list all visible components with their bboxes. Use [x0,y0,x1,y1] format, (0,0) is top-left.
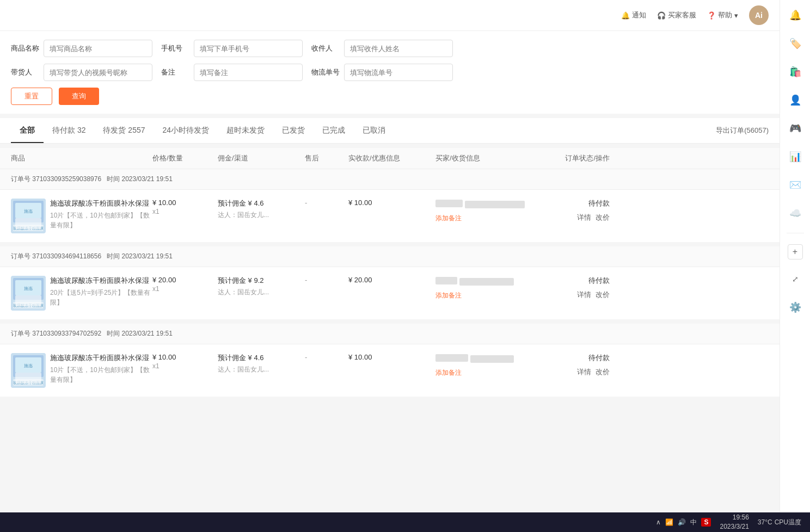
query-button[interactable]: 查询 [59,88,99,105]
product-name-input[interactable] [44,40,152,57]
sidebar-person-icon[interactable]: 👤 [787,91,804,109]
change-price-link[interactable]: 改价 [596,290,610,300]
after-sale-cell: - [305,353,348,361]
tab-2[interactable]: 待发货 2557 [94,118,154,143]
detail-link[interactable]: 详情 [577,213,591,222]
product-name: 施迤玻尿酸冻干粉面膜补水保湿 [50,276,152,286]
bell-icon: 🔔 [621,11,630,20]
order-id-row: 订单号 3710330935259038976 时间 2023/03/21 19… [0,169,780,190]
tab-5[interactable]: 已发货 [273,118,314,143]
buyer-cell: 添加备注 [435,199,533,223]
export-button[interactable]: 导出订单(56057) [716,126,769,135]
top-bar: 🔔 通知 🎧 买家客服 ❓ 帮助 ▾ Ai [0,0,780,31]
phone-filter: 手机号 [161,40,303,57]
sidebar-plus-icon[interactable]: + [788,244,803,259]
product-name: 施迤玻尿酸冻干粉面膜补水保湿 [50,353,152,363]
detail-link[interactable]: 详情 [577,367,591,377]
reset-button[interactable]: 重置 [11,88,52,105]
note-label: 备注 [161,67,189,77]
svg-text:施迤: 施迤 [24,209,33,214]
product-name: 施迤玻尿酸冻干粉面膜补水保湿 [50,199,152,208]
tab-7[interactable]: 已取消 [354,118,394,143]
product-desc: 20片【送5片=到手25片】【数量有限】 [50,288,152,307]
price: ¥ 10.00 [152,353,218,361]
action-links: 详情 改价 [533,213,610,222]
add-note-btn[interactable]: 添加备注 [435,368,533,378]
buyer-name [435,200,463,207]
avatar[interactable]: Ai [749,5,769,25]
sidebar-expand-icon[interactable]: ⤢ [787,270,804,288]
table-row: 施迤 玻尿酸冻干粉面膜 施迤玻尿酸冻干粉面膜补水保湿 10片【不送，10片包邮到… [0,190,780,242]
product-desc: 10片【不送，10片包邮到家】【数量有限】 [50,365,152,385]
sidebar-cloud-icon[interactable]: ☁️ [787,205,804,222]
taskbar-arrow-up-icon: ∧ [656,518,661,526]
buyer-name [435,354,468,362]
customer-service-btn[interactable]: 🎧 买家客服 [657,10,696,20]
notification-btn[interactable]: 🔔 通知 [621,10,646,20]
help-btn[interactable]: ❓ 帮助 ▾ [707,10,738,20]
status-cell: 待付款 详情 改价 [533,199,610,222]
taskbar-clock: 19:56 [720,513,748,522]
taskbar-app-icon[interactable]: S [701,518,711,527]
headset-icon: 🎧 [657,11,666,20]
actual-price-cell: ¥ 20.00 [348,276,435,284]
product-cell: 施迤 玻尿酸冻干粉面膜 施迤玻尿酸冻干粉面膜补水保湿 20片【送5片=到手25片… [11,276,152,311]
sidebar-message-icon[interactable]: ✉️ [787,176,804,194]
actual-price-cell: ¥ 10.00 [348,199,435,207]
commission-amount: 预计佣金 ¥ 9.2 [218,276,305,286]
buyer-name [435,277,457,284]
recipient-label: 收件人 [311,44,340,53]
change-price-link[interactable]: 改价 [596,213,610,222]
phone-input[interactable] [194,40,303,57]
order-id-row: 订单号 3710330934694118656 时间 2023/03/21 19… [0,246,780,267]
actual-price-cell: ¥ 10.00 [348,353,435,361]
buyer-address [459,278,514,286]
order-block-2: 订单号 3710330933794702592 时间 2023/03/21 19… [0,324,780,401]
buyer-cell: 添加备注 [435,353,533,378]
help-chevron-icon: ▾ [734,11,738,20]
sidebar-bell-icon[interactable]: 🔔 [787,7,804,24]
buyer-address [465,201,525,208]
add-note-btn[interactable]: 添加备注 [435,214,533,223]
table-header: 商品 价格/数量 佣金/渠道 售后 实收款/优惠信息 买家/收货信息 订单状态/… [0,148,780,169]
table-row: 施迤 玻尿酸冻干粉面膜 施迤玻尿酸冻干粉面膜补水保湿 20片【送5片=到手25片… [0,267,780,319]
col-after-sale: 售后 [305,153,348,163]
tabs-section: 全部待付款 32待发货 255724小时待发货超时未发货已发货已完成已取消 导出… [0,118,780,144]
product-name-label: 商品名称 [11,44,39,53]
col-product: 商品 [11,153,152,163]
add-note-btn[interactable]: 添加备注 [435,291,533,300]
filter-section: 商品名称 手机号 收件人 带货人 备注 [0,31,780,114]
influencer-input[interactable] [44,64,152,81]
tab-1[interactable]: 待付款 32 [44,118,94,143]
svg-text:玻尿酸冻干粉面膜: 玻尿酸冻干粉面膜 [13,226,44,230]
taskbar-lang[interactable]: 中 [690,518,697,527]
product-image: 施迤 玻尿酸冻干粉面膜 [11,276,46,311]
detail-link[interactable]: 详情 [577,290,591,300]
change-price-link[interactable]: 改价 [596,367,610,377]
logistics-label: 物流单号 [311,67,340,77]
tab-4[interactable]: 超时未发货 [218,118,273,143]
col-actual-price: 实收款/优惠信息 [348,153,435,163]
commission-cell: 预计佣金 ¥ 4.6 达人：国岳女儿... [218,199,305,220]
quantity: x1 [152,285,218,293]
tab-6[interactable]: 已完成 [314,118,354,143]
product-info: 施迤玻尿酸冻干粉面膜补水保湿 10片【不送，10片包邮到家】【数量有限】 [50,199,152,230]
sidebar-game-icon[interactable]: 🎮 [787,120,804,137]
tab-3[interactable]: 24小时待发货 [154,118,218,143]
sidebar-settings-icon[interactable]: ⚙️ [787,299,804,316]
tabs-list: 全部待付款 32待发货 255724小时待发货超时未发货已发货已完成已取消 [11,118,394,143]
actual-price: ¥ 10.00 [348,353,372,361]
sidebar-bag-icon[interactable]: 🛍️ [787,63,804,81]
sidebar-tag-icon[interactable]: 🏷️ [787,35,804,52]
logistics-input[interactable] [344,64,453,81]
order-id-row: 订单号 3710330933794702592 时间 2023/03/21 19… [0,324,780,344]
product-image: 施迤 玻尿酸冻干粉面膜 [11,199,46,233]
note-input[interactable] [194,64,303,81]
influencer-name: 达人：国岳女儿... [218,365,305,374]
order-list: 商品 价格/数量 佣金/渠道 售后 实收款/优惠信息 买家/收货信息 订单状态/… [0,148,780,401]
recipient-input[interactable] [344,40,453,57]
tab-0[interactable]: 全部 [11,118,44,143]
sidebar-chart-icon[interactable]: 📊 [787,148,804,165]
col-commission: 佣金/渠道 [218,153,305,163]
product-desc: 10片【不送，10片包邮到家】【数量有限】 [50,211,152,230]
